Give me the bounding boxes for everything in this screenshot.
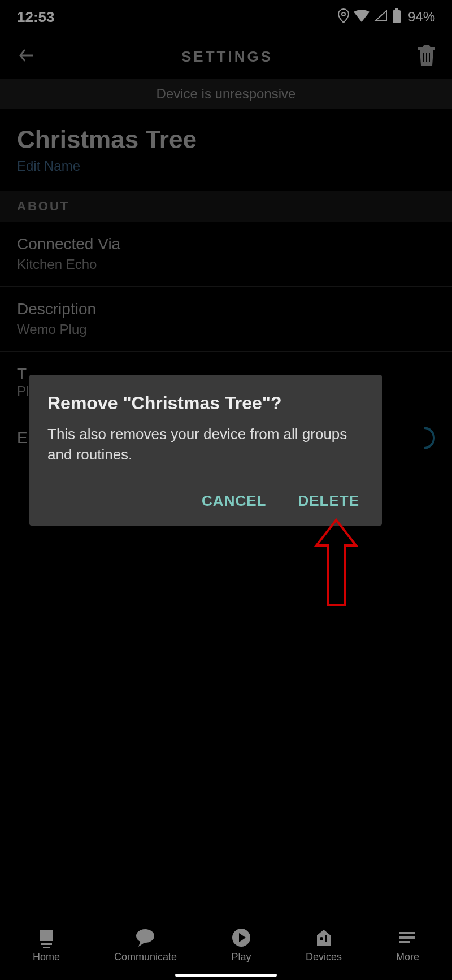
nav-communicate-label: Communicate [114,951,177,963]
svg-rect-4 [426,53,427,62]
about-section-header: ABOUT [0,191,452,222]
status-bar: 12:53 94% [0,0,452,34]
svg-rect-3 [423,53,424,62]
cancel-button[interactable]: CANCEL [197,488,271,514]
svg-rect-15 [399,941,410,943]
app-header: SETTINGS [0,34,452,79]
annotation-arrow [311,517,362,610]
svg-rect-1 [395,8,398,10]
home-indicator[interactable] [175,974,277,977]
header-title: SETTINGS [181,48,273,66]
wifi-icon [354,10,370,24]
enabled-label: E [17,429,28,447]
svg-rect-8 [43,947,50,948]
bottom-nav: Home Communicate Play Devices More [0,916,452,980]
nav-home-label: Home [33,951,60,963]
more-icon [397,927,418,948]
svg-rect-2 [393,10,401,23]
signal-icon [374,10,388,24]
delete-button[interactable]: DELETE [293,488,364,514]
svg-rect-14 [399,936,415,939]
connected-via-row[interactable]: Connected Via Kitchen Echo [0,222,452,287]
svg-rect-12 [325,935,327,942]
status-time: 12:53 [17,8,55,26]
nav-devices[interactable]: Devices [306,927,342,963]
dialog-buttons: CANCEL DELETE [47,488,364,514]
dialog-message: This also removes your device from all g… [47,424,364,465]
svg-point-9 [136,929,154,943]
back-button[interactable] [17,46,36,67]
svg-rect-7 [41,943,52,945]
edit-name-link[interactable]: Edit Name [17,158,435,174]
svg-rect-13 [399,932,415,934]
nav-home[interactable]: Home [33,927,60,963]
battery-percentage: 94% [408,9,435,25]
battery-icon [392,8,401,25]
connected-via-value: Kitchen Echo [17,257,435,272]
nav-play-label: Play [231,951,251,963]
dialog-title: Remove "Christmas Tree"? [47,393,364,414]
play-icon [231,927,251,948]
description-row[interactable]: Description Wemo Plug [0,287,452,352]
remove-device-dialog: Remove "Christmas Tree"? This also remov… [29,375,382,526]
nav-play[interactable]: Play [231,927,251,963]
home-icon [36,927,56,948]
status-banner: Device is unresponsive [0,79,452,109]
svg-rect-6 [40,930,53,941]
description-value: Wemo Plug [17,322,435,337]
nav-devices-label: Devices [306,951,342,963]
toggle-switch[interactable] [424,427,435,449]
nav-communicate[interactable]: Communicate [114,927,177,963]
trash-button[interactable] [418,45,435,68]
connected-via-label: Connected Via [17,235,435,253]
location-icon [338,8,349,25]
svg-rect-5 [429,53,430,62]
status-icons: 94% [338,8,435,25]
nav-more[interactable]: More [396,927,419,963]
communicate-icon [135,927,155,948]
description-label: Description [17,300,435,318]
devices-icon [314,927,334,948]
svg-point-11 [320,937,323,940]
svg-point-0 [342,12,345,16]
device-section: Christmas Tree Edit Name [0,109,452,191]
nav-more-label: More [396,951,419,963]
device-name: Christmas Tree [17,125,435,154]
